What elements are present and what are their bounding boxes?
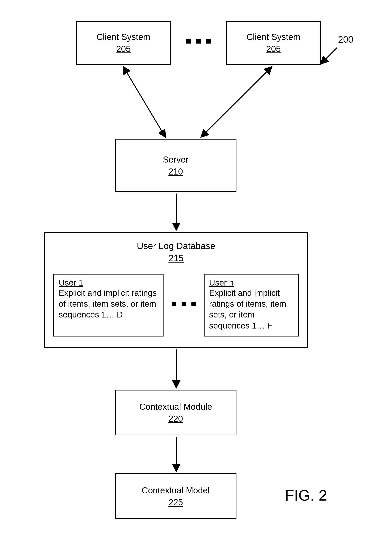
block-contextual-module: Contextual Module 220 bbox=[115, 390, 236, 435]
block-title: Contextual Module bbox=[139, 401, 212, 412]
block-ref: 215 bbox=[45, 253, 307, 263]
block-ref: 205 bbox=[266, 44, 281, 54]
block-title: Client System bbox=[247, 32, 301, 43]
block-title: Contextual Model bbox=[142, 485, 210, 496]
block-title: User Log Database bbox=[45, 240, 307, 252]
block-client-system-b: Client System 205 bbox=[226, 21, 321, 65]
user-title: User 1 bbox=[59, 278, 158, 287]
db-header: User Log Database 215 bbox=[45, 233, 307, 263]
arrow-ref-200 bbox=[321, 48, 337, 64]
block-client-system-a: Client System 205 bbox=[76, 21, 171, 65]
ellipsis-icon bbox=[184, 39, 213, 43]
block-title: Server bbox=[163, 154, 188, 165]
block-user-1: User 1 Explicit and implicit ratings of … bbox=[53, 274, 164, 336]
block-contextual-model: Contextual Model 225 bbox=[115, 473, 236, 519]
block-ref: 210 bbox=[169, 166, 183, 177]
figure-label: FIG. 2 bbox=[285, 487, 327, 504]
diagram-canvas: 200 Client System 205 Client System 205 … bbox=[0, 0, 392, 542]
block-server: Server 210 bbox=[115, 139, 236, 192]
block-title: Client System bbox=[96, 32, 150, 43]
figure-ref-200: 200 bbox=[338, 34, 353, 45]
user-desc: Explicit and implicit ratings of items, … bbox=[59, 287, 158, 320]
user-title: User n bbox=[209, 278, 293, 287]
arrow-client-a-server bbox=[123, 67, 165, 137]
block-ref: 225 bbox=[169, 497, 183, 507]
block-ref: 220 bbox=[169, 413, 183, 424]
user-desc: Explicit and implicit ratings of items, … bbox=[209, 287, 293, 331]
block-ref: 205 bbox=[116, 44, 131, 54]
ellipsis-icon bbox=[170, 302, 198, 306]
arrow-client-b-server bbox=[201, 67, 272, 137]
block-user-n: User n Explicit and implicit ratings of … bbox=[204, 274, 299, 336]
